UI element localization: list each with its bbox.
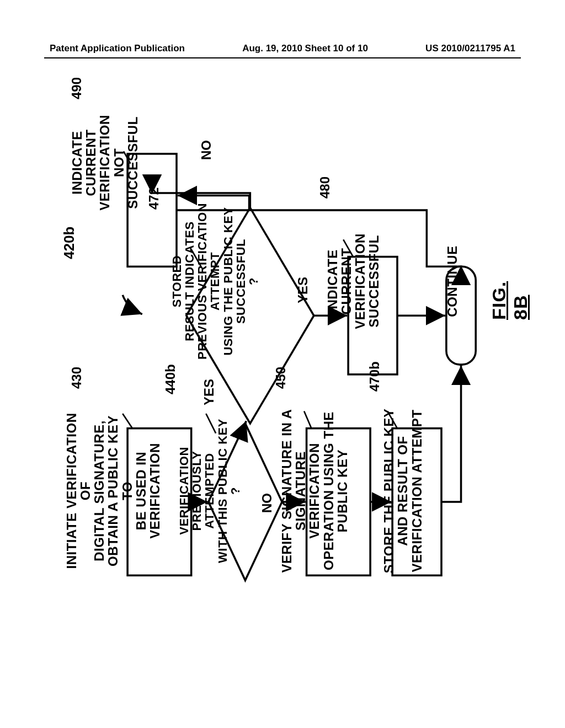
- svg-line-9: [245, 421, 246, 423]
- edge-440b-yes: YES: [201, 379, 217, 405]
- ref-430: 430: [69, 367, 84, 389]
- node-472: STORED RESULT INDICATES PREVIOUS VERIFIC…: [171, 176, 259, 386]
- node-continue: CONTINUE: [436, 226, 469, 336]
- node-450: VERIFY SIGNATURE IN A SIGNATURE VERIFICA…: [279, 408, 350, 574]
- edge-472-no: NO: [199, 140, 214, 160]
- edge-472-yes: YES: [295, 277, 311, 303]
- edge-440b-no: NO: [259, 493, 275, 513]
- ref-472: 472: [146, 188, 162, 210]
- ref-470b: 470b: [367, 361, 382, 392]
- header-mid: Aug. 19, 2010 Sheet 10 of 10: [242, 43, 368, 54]
- figure-caption: FIG. 8B: [488, 281, 531, 320]
- header-rule: [44, 57, 521, 58]
- ref-450: 450: [273, 367, 289, 389]
- ref-480: 480: [317, 176, 333, 199]
- page-root: Patent Application Publication Aug. 19, …: [0, 0, 565, 728]
- header-right: US 2010/0211795 A1: [425, 43, 515, 54]
- ref-490: 490: [69, 77, 84, 99]
- node-480: INDICATE CURRENT VERIFICATION SUCCESSFUL: [326, 215, 381, 347]
- page-header: Patent Application Publication Aug. 19, …: [50, 43, 515, 54]
- node-430: INITIATE VERIFICATION OF DIGITAL SIGNATU…: [77, 408, 149, 574]
- ref-420b: 420b: [61, 227, 78, 259]
- flowchart: INITIATE VERIFICATION OF DIGITAL SIGNATU…: [61, 94, 502, 590]
- ref-440b: 440b: [163, 364, 178, 394]
- header-left: Patent Application Publication: [50, 43, 185, 54]
- node-470b: STORE THE PUBLIC KEY AND RESULT OF VERIF…: [375, 408, 430, 574]
- node-490: INDICATE CURRENT VERIFICATION NOT SUCCES…: [77, 99, 132, 226]
- node-440b: VERIFICATION PREVIOUSLY ATTEMPTED WITH T…: [177, 414, 243, 568]
